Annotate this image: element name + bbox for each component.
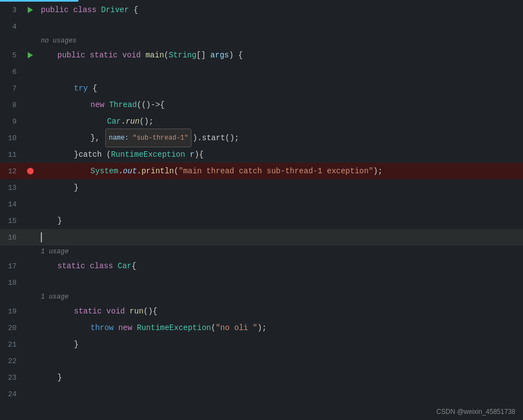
code-area: 3 public class Driver { 4 no usages 5 pu…	[0, 0, 523, 420]
code-text: }catch (RuntimeException r){	[39, 146, 523, 163]
line-number: 5	[0, 51, 22, 60]
code-line-21: 21 }	[0, 336, 523, 353]
code-line-24: 24	[0, 386, 523, 402]
line-number: 16	[0, 233, 22, 242]
code-text: }	[39, 369, 523, 386]
code-line-23: 23 }	[0, 369, 523, 386]
code-line-5: 5 public static void main(String[] args)…	[0, 47, 523, 63]
line-number: 20	[0, 324, 22, 332]
code-editor: 3 public class Driver { 4 no usages 5 pu…	[0, 0, 523, 420]
hint-1-usage: 1 usage	[0, 246, 523, 258]
run-gutter[interactable]	[22, 6, 39, 14]
breakpoint-icon	[27, 168, 34, 174]
code-text: public class Driver {	[39, 2, 523, 18]
code-text: static void run(){	[39, 303, 523, 320]
line-number: 7	[0, 84, 22, 93]
code-line-7: 7 try {	[0, 80, 523, 97]
line-number: 6	[0, 68, 22, 76]
line-number: 23	[0, 374, 22, 382]
line-number: 10	[0, 134, 22, 142]
code-text: }, name: "sub-thread-1").start();	[39, 129, 523, 147]
code-text: static class Car{	[39, 258, 523, 274]
tooltip-name: name: "sub-thread-1"	[105, 129, 191, 147]
code-text: Car.run();	[39, 113, 523, 130]
code-line-11: 11 }catch (RuntimeException r){	[0, 146, 523, 163]
line-number: 13	[0, 184, 22, 192]
hint-1-usage-2: 1 usage	[0, 291, 523, 303]
code-line-22: 22	[0, 353, 523, 369]
line-number: 3	[0, 6, 22, 14]
line-number: 14	[0, 200, 22, 209]
progress-bar	[0, 0, 78, 2]
line-number: 21	[0, 341, 22, 349]
code-line-6: 6	[0, 63, 523, 80]
line-number: 12	[0, 167, 22, 176]
code-text: throw new RuntimeException("no oli ");	[39, 320, 523, 336]
code-line-10: 10 }, name: "sub-thread-1").start();	[0, 130, 523, 146]
line-number: 19	[0, 307, 22, 316]
code-line-17: 17 static class Car{	[0, 258, 523, 274]
code-line-3: 3 public class Driver {	[0, 2, 523, 18]
line-number: 22	[0, 357, 22, 365]
text-cursor	[41, 232, 42, 242]
run-icon[interactable]	[26, 51, 34, 59]
code-line-8: 8 new Thread(()->{	[0, 97, 523, 113]
code-line-19: 19 static void run(){	[0, 303, 523, 320]
svg-marker-0	[28, 7, 33, 13]
svg-marker-1	[28, 52, 33, 59]
code-text: new Thread(()->{	[39, 97, 523, 113]
watermark: CSDN @weixin_45851738	[436, 408, 515, 416]
line-number: 15	[0, 217, 22, 225]
line-number: 4	[0, 23, 22, 31]
line-number: 11	[0, 151, 22, 159]
line-number: 24	[0, 390, 22, 398]
code-text: }	[39, 179, 523, 196]
run-icon[interactable]	[26, 6, 34, 14]
run-gutter[interactable]	[22, 51, 39, 59]
hint-no-usages: no usages	[0, 35, 523, 47]
code-line-13: 13 }	[0, 179, 523, 196]
code-line-15: 15 }	[0, 212, 523, 229]
code-text: }	[39, 212, 523, 229]
code-text: System.out.println("main thread catch su…	[39, 163, 523, 179]
line-number: 18	[0, 279, 22, 287]
code-line-9: 9 Car.run();	[0, 113, 523, 130]
line-number: 9	[0, 118, 22, 126]
code-text: }	[39, 336, 523, 353]
code-line-12: 12 System.out.println("main thread catch…	[0, 163, 523, 179]
code-line-14: 14	[0, 196, 523, 212]
breakpoint-gutter	[22, 168, 39, 174]
code-text: try {	[39, 80, 523, 97]
line-number: 17	[0, 262, 22, 270]
line-number: 8	[0, 101, 22, 109]
code-line-20: 20 throw new RuntimeException("no oli ")…	[0, 320, 523, 336]
code-text: public static void main(String[] args) {	[39, 47, 523, 63]
